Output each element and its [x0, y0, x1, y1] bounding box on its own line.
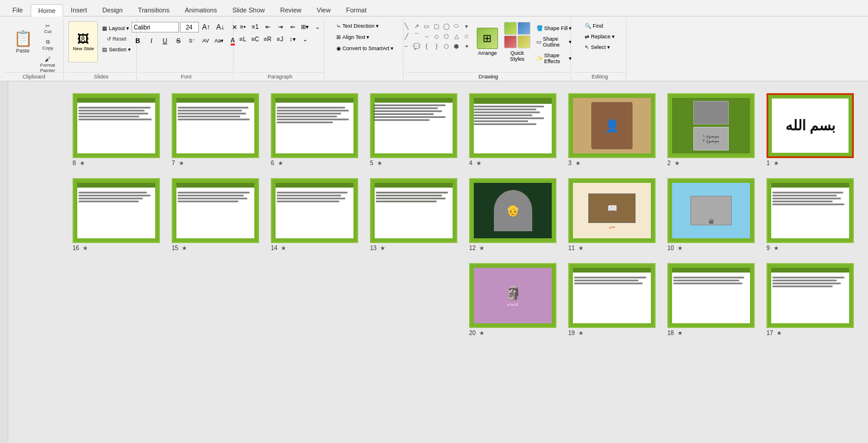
slide-image-3: 👤 [568, 93, 656, 158]
star-shape[interactable]: ☆ [462, 31, 471, 41]
strikethrough-button[interactable]: S [172, 35, 185, 47]
slide-thumb-2[interactable]: موضوع ۱موضوع ۲ ★ 2 [665, 91, 757, 169]
tab-format[interactable]: Format [338, 4, 374, 16]
clipboard-group-label: Clipboard [5, 72, 63, 80]
replace-button[interactable]: ⇄ Replace ▾ [582, 32, 617, 41]
shadow-button[interactable]: S⁻ [186, 35, 199, 47]
diamond-shape[interactable]: ◇ [432, 31, 441, 41]
justify-button[interactable]: ≡J [274, 34, 286, 44]
tab-transitions[interactable]: Transitions [130, 4, 177, 16]
reset-button[interactable]: ↺ Reset [99, 34, 133, 44]
columns-button[interactable]: ⊞▾ [299, 21, 311, 32]
slide-thumb-14[interactable]: ★14 [268, 176, 361, 254]
font-size-input[interactable] [180, 22, 199, 32]
case-button[interactable]: Aa▾ [213, 35, 226, 47]
flowchart2-shape[interactable]: ⬢ [452, 41, 461, 51]
layout-dropdown[interactable]: ▦ Layout ▾ [99, 24, 133, 33]
tab-animations[interactable]: Animations [177, 4, 224, 16]
flowchart-shape[interactable]: ⬡ [442, 41, 451, 51]
align-right-button[interactable]: ≡R [262, 34, 274, 44]
align-left-button[interactable]: ≡L [237, 34, 249, 44]
line-shape[interactable]: ╲ [402, 21, 411, 31]
line-spacing-button[interactable]: ↕▾ [287, 34, 299, 44]
cut-button[interactable]: ✂ Cut [37, 21, 58, 36]
more-para-button[interactable]: ⌄ [312, 21, 323, 32]
slide-thumb-9[interactable]: ★9 [764, 176, 856, 254]
rtl-button[interactable]: ⇐ [287, 21, 299, 32]
slide-thumb-10[interactable]: 🏛 ★10 [665, 176, 757, 254]
increase-font-button[interactable]: A↑ [200, 21, 213, 33]
font-format-row: B I U S S⁻ AV Aa▾ A [132, 35, 241, 47]
shape-outline-dropdown[interactable]: ▭ Shape Outline ▾ [533, 34, 575, 50]
select-button[interactable]: ↖ Select ▾ [582, 42, 617, 52]
new-slide-button[interactable]: 🖼 New Slide [68, 21, 98, 63]
line2-shape[interactable]: ╱ [402, 31, 411, 41]
slide-thumb-7[interactable]: ★7 [169, 91, 261, 169]
shape-effects-dropdown[interactable]: ✨ Shape Effects ▾ [533, 51, 575, 66]
pentagon-shape[interactable]: ⬠ [442, 31, 451, 41]
align-center-button[interactable]: ≡C [250, 34, 261, 44]
font-name-input[interactable] [132, 22, 179, 32]
italic-button[interactable]: I [145, 35, 158, 47]
slide-thumb-16[interactable]: ★16 [70, 176, 162, 254]
slide-thumb-6[interactable]: ★6 [268, 91, 361, 169]
decrease-font-button[interactable]: A↓ [214, 21, 227, 33]
slide-thumb-8[interactable]: ★8 [70, 91, 162, 169]
oval-shape[interactable]: ◯ [442, 21, 451, 31]
text-direction-dropdown[interactable]: ⤿ Text Direction ▾ [333, 21, 397, 31]
tab-slideshow[interactable]: Slide Show [225, 4, 273, 16]
quick-styles-button[interactable]: Quick Styles [503, 21, 531, 63]
numbering-button[interactable]: ≡1 [250, 21, 261, 32]
slide-thumb-1[interactable]: بسم الله ★ 1 [764, 91, 856, 169]
slide-thumb-11[interactable]: 📖 متن ★11 [566, 176, 658, 254]
indent-inc-button[interactable]: ⇥ [274, 21, 286, 32]
tab-insert[interactable]: Insert [63, 4, 95, 16]
brace-shape[interactable]: } [432, 41, 441, 51]
more-para2-button[interactable]: ⌄ [299, 34, 311, 44]
custom-shape[interactable]: ✦ [462, 41, 471, 51]
arrow2-shape[interactable]: → [422, 31, 431, 41]
rect2-shape[interactable]: ▢ [432, 21, 441, 31]
slide-label-7: ★7 [172, 160, 259, 166]
arrow-shape[interactable]: ↗ [412, 21, 421, 31]
slide-thumb-5[interactable]: ★5 [368, 91, 460, 169]
indent-dec-button[interactable]: ⇤ [262, 21, 274, 32]
more-shapes[interactable]: ▾ [462, 21, 471, 31]
copy-button[interactable]: ⧉ Copy [37, 37, 58, 52]
spacing-button[interactable]: AV [199, 35, 212, 47]
slide-thumb-3[interactable]: 👤 ★ 3 [566, 91, 658, 169]
tab-file[interactable]: File [5, 4, 31, 16]
tab-review[interactable]: Review [273, 4, 309, 16]
underline-button[interactable]: U [159, 35, 172, 47]
rect-shape[interactable]: ▭ [422, 21, 431, 31]
ribbon-tabs: File Home Insert Design Transitions Anim… [0, 0, 868, 17]
bracket-shape[interactable]: { [422, 41, 431, 51]
slide-thumb-4[interactable]: ★ 4 [467, 91, 559, 169]
slide-thumb-18[interactable]: ★18 [665, 261, 757, 339]
paste-button[interactable]: 📋 Paste [9, 21, 36, 61]
shape-fill-dropdown[interactable]: 🪣 Shape Fill ▾ [533, 24, 575, 33]
tab-view[interactable]: View [309, 4, 339, 16]
slide-thumb-15[interactable]: ★15 [169, 176, 261, 254]
bold-button[interactable]: B [132, 35, 145, 47]
slide-thumb-20[interactable]: 🗿 کتابخانه ★20 [467, 261, 559, 339]
triangle-shape[interactable]: △ [452, 31, 461, 41]
find-button[interactable]: 🔍 Find [582, 21, 617, 31]
section-dropdown[interactable]: ▤ Section ▾ [99, 45, 133, 54]
tab-home[interactable]: Home [31, 4, 63, 17]
slide-thumb-13[interactable]: ★13 [368, 176, 460, 254]
align-text-dropdown[interactable]: ⊞ Align Text ▾ [333, 32, 397, 42]
slide-label-11: ★11 [568, 245, 656, 251]
slide-thumb-19[interactable]: ★19 [566, 261, 658, 339]
convert-smartart-dropdown[interactable]: ◉ Convert to SmartArt ▾ [333, 44, 397, 53]
arrange-button[interactable]: ⊞ Arrange [474, 21, 501, 63]
arc-shape[interactable]: ⌒ [412, 31, 421, 41]
slides-panel[interactable]: بسم الله ★ 1 موضوع ۱موضوع ۲ [8, 81, 868, 443]
oval2-shape[interactable]: ⬭ [452, 21, 461, 31]
slide-thumb-12[interactable]: 👴 ★12 [467, 176, 559, 254]
slide-thumb-17[interactable]: ★17 [764, 261, 856, 339]
bullets-button[interactable]: ≡• [237, 21, 249, 32]
tab-design[interactable]: Design [95, 4, 130, 16]
curved-shape[interactable]: ⌣ [402, 41, 411, 51]
callout-shape[interactable]: 💬 [412, 41, 421, 51]
